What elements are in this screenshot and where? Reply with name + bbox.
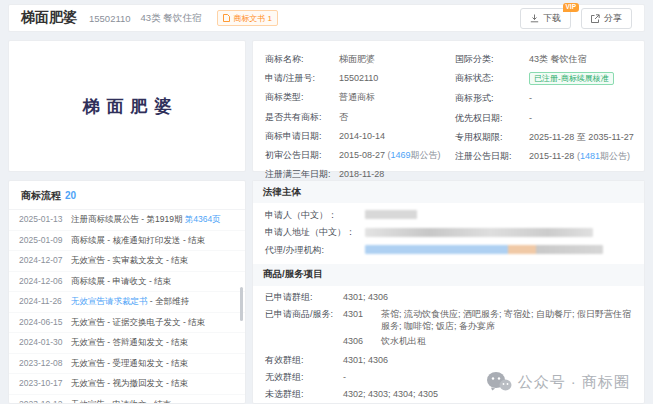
gazette-issue-link[interactable]: 1481 <box>580 151 600 161</box>
goods-group: 4306饮水机出租 <box>343 335 632 348</box>
timeline-text: 无效宣告 - 答辩通知发文 - 结束 <box>71 338 188 348</box>
details-card: 商标名称:梯面肥婆申请/注册号:15502110商标类型:普通商标是否共有商标:… <box>252 40 645 172</box>
detail-value: 2025-11-28 至 2035-11-27 <box>529 131 634 143</box>
share-icon <box>591 14 600 23</box>
timeline-card: 商标流程20 2025-01-13注册商标续展公告 - 第1919期 第4364… <box>8 180 246 404</box>
goods-value: 4301茶馆; 流动饮食供应; 酒吧服务; 寄宿处; 自助餐厅; 假日野营住宿服… <box>343 308 632 350</box>
goods-value: 4302; 4303; 4304; 4305 <box>343 388 438 400</box>
detail-value-text: - <box>529 93 532 103</box>
legal-label: 申请人（中文）： <box>265 209 365 221</box>
detail-value: 已注册-商标续展核准 <box>529 72 614 85</box>
detail-value-text: 梯面肥婆 <box>339 54 375 64</box>
timeline-text-part: 无效宣告 - 证据交换电子发文 - 结束 <box>71 317 205 327</box>
detail-row: 申请/注册号:15502110 <box>265 72 453 84</box>
timeline-text-part: 无效宣告 - 申请收文 - 结束 <box>71 399 171 404</box>
detail-value: 否 <box>339 111 348 123</box>
timeline-text: 商标续展 - 申请收文 - 结束 <box>71 277 171 287</box>
paren-close: 期公告) <box>411 150 441 160</box>
detail-row: 商标类型:普通商标 <box>265 91 453 103</box>
redacted-value <box>365 210 417 219</box>
detail-label: 初审公告日期: <box>265 149 339 161</box>
share-button[interactable]: 分享 <box>581 8 632 29</box>
detail-row: 优先权日期:- <box>455 112 637 124</box>
goods-value: 4301; 4306 <box>343 354 388 366</box>
detail-row: 注册满三年日期:2018-11-28 <box>265 168 453 180</box>
detail-row: 是否共有商标:否 <box>265 111 453 123</box>
timeline-row: 2023-12-08无效宣告 - 受理通知发文 - 结束 <box>9 354 245 375</box>
timeline-text: 无效宣告 - 实审裁文发文 - 结束 <box>71 256 188 266</box>
share-label: 分享 <box>604 12 622 25</box>
detail-value-text: 2015-08-27 <box>339 150 385 160</box>
goods-value: 4301; 4306 <box>343 291 388 303</box>
legal-section-title: 法律主体 <box>253 181 644 203</box>
goods-row: 已申请商品/服务:4301茶馆; 流动饮食供应; 酒吧服务; 寄宿处; 自助餐厅… <box>253 303 644 350</box>
detail-value-text: 43类 餐饮住宿 <box>529 54 587 64</box>
gazette-issue-link[interactable]: 1469 <box>391 150 411 160</box>
detail-label: 商标形式: <box>455 92 529 104</box>
timeline-text-part: 无效宣告 - 受理通知发文 - 结束 <box>71 358 188 368</box>
download-button[interactable]: 下载 VIP <box>520 8 571 29</box>
header-bar: 梯面肥婆 15502110 43类 餐饮住宿 商标文书 1 下载 VIP 分享 <box>8 4 645 32</box>
timeline-text: 商标续展 - 核准通知打印发送 - 结束 <box>71 236 205 246</box>
paren-close: 期公告) <box>600 151 630 161</box>
detail-value-text: 2018-11-28 <box>339 169 384 179</box>
detail-label: 商标类型: <box>265 91 339 103</box>
detail-row: 注册公告日期:2015-11-28 (1481期公告) <box>455 150 637 162</box>
timeline-text-part: - 全部维持 <box>148 296 190 306</box>
detail-value-text: 15502110 <box>339 73 378 83</box>
detail-value: 2015-08-27 (1469期公告) <box>339 149 441 161</box>
timeline-scrollbar[interactable] <box>240 287 243 321</box>
legal-row: 代理/办理机构: <box>253 238 644 256</box>
redacted-value <box>365 228 593 237</box>
timeline-date: 2024-12-06 <box>19 277 71 287</box>
goods-label: 已申请商品/服务: <box>265 308 343 350</box>
wechat-icon <box>486 371 512 393</box>
detail-label: 商标名称: <box>265 53 339 65</box>
detail-value-text: 2015-11-28 <box>529 151 574 161</box>
detail-value: - <box>529 92 532 104</box>
timeline-header: 商标流程20 <box>9 181 245 210</box>
detail-value: 梯面肥婆 <box>339 53 375 65</box>
status-badge: 已注册-商标续展核准 <box>529 72 614 85</box>
timeline-text: 注册商标续展公告 - 第1919期 第4364页 <box>71 215 221 225</box>
timeline-link[interactable]: 无效宣告请求裁定书 <box>71 296 148 306</box>
page-title: 梯面肥婆 <box>21 9 77 27</box>
detail-value: - <box>529 112 532 124</box>
timeline-text-part: 商标续展 - 核准通知打印发送 - 结束 <box>71 235 205 245</box>
timeline-row: 2024-12-06商标续展 - 申请收文 - 结束 <box>9 272 245 293</box>
goods-row: 已申请群组:4301; 4306 <box>253 286 644 303</box>
timeline-row: 2023-10-12无效宣告 - 申请收文 - 结束 <box>9 395 245 404</box>
detail-row: 专用权期限:2025-11-28 至 2035-11-27 <box>455 131 637 143</box>
doc-badge[interactable]: 商标文书 1 <box>217 10 278 26</box>
detail-label: 国际分类: <box>455 53 529 65</box>
trademark-image: 梯面肥婆 <box>8 40 246 172</box>
goods-label: 无效群组: <box>265 371 343 383</box>
group-items: 饮水机出租 <box>381 335 426 348</box>
timeline-page-link[interactable]: 第4364页 <box>185 214 221 224</box>
document-icon <box>223 14 230 22</box>
timeline-row: 2024-01-30无效宣告 - 答辩通知发文 - 结束 <box>9 333 245 354</box>
agency-link-redacted[interactable] <box>365 245 603 254</box>
timeline-text: 无效宣告 - 视为撤回发文 - 结束 <box>71 379 188 389</box>
download-label: 下载 <box>543 12 561 25</box>
legal-goods-card: 法律主体 申请人（中文）：申请人地址（中文）：代理/办理机构: 商品/服务项目 … <box>252 180 645 404</box>
timeline-text-part: 无效宣告 - 实审裁文发文 - 结束 <box>71 255 188 265</box>
timeline-text: 无效宣告 - 受理通知发文 - 结束 <box>71 359 188 369</box>
timeline-row: 2025-01-09商标续展 - 核准通知打印发送 - 结束 <box>9 231 245 252</box>
timeline-text-part: 商标续展 - 申请收文 - 结束 <box>71 276 171 286</box>
detail-row: 初审公告日期:2015-08-27 (1469期公告) <box>265 149 453 161</box>
detail-value: 2018-11-28 <box>339 168 384 180</box>
trademark-image-text: 梯面肥婆 <box>76 95 179 118</box>
detail-row: 商标申请日期:2014-10-14 <box>265 130 453 142</box>
legal-row: 申请人（中文）： <box>253 203 644 221</box>
detail-label: 注册公告日期: <box>455 150 529 162</box>
vip-badge: VIP <box>563 3 579 12</box>
timeline-text: 无效宣告 - 证据交换电子发文 - 结束 <box>71 318 205 328</box>
registration-number: 15502110 <box>89 13 131 24</box>
timeline-text-part: 注册商标续展公告 - 第1919期 <box>71 214 185 224</box>
goods-value: - <box>343 371 346 383</box>
timeline-date: 2023-10-12 <box>19 400 71 404</box>
detail-value-text: - <box>529 113 532 123</box>
timeline-list: 2025-01-13注册商标续展公告 - 第1919期 第4364页2025-0… <box>9 210 245 404</box>
detail-value: 2015-11-28 (1481期公告) <box>529 150 630 162</box>
